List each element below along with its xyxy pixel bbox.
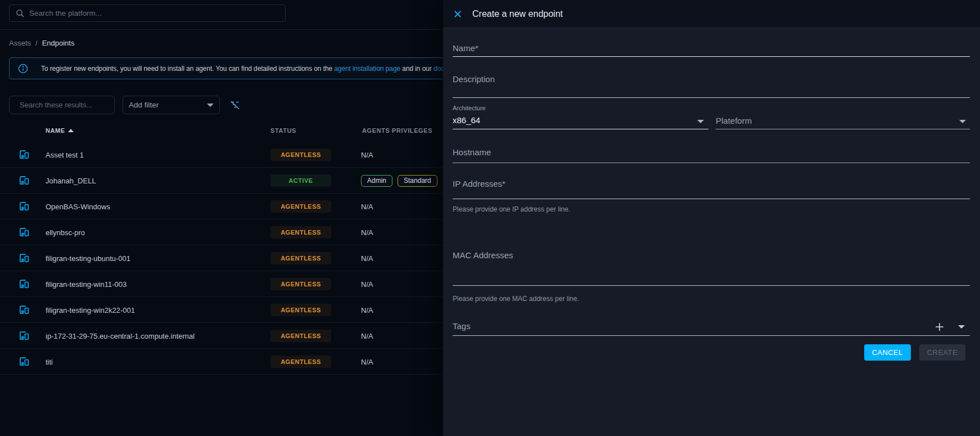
endpoint-name: filigran-testing-win11-003 (46, 280, 127, 289)
privileges-cell: N/A (361, 304, 373, 316)
add-filter-select[interactable]: Add filter (123, 96, 220, 114)
status-chip: AGENTLESS (270, 200, 331, 213)
drawer-title: Create a new endpoint (472, 9, 563, 19)
chevron-down-icon[interactable] (959, 120, 966, 123)
description-label: Description (453, 74, 495, 84)
endpoint-name: ip-172-31-29-75.eu-central-1.compute.int… (46, 332, 195, 340)
architecture-select[interactable]: Architecture x86_64 (453, 105, 708, 129)
platform-label: Plateform (716, 116, 752, 125)
tags-underline (453, 335, 970, 336)
endpoint-name: filigran-testing-win2k22-001 (46, 306, 135, 314)
table-row[interactable]: filigran-testing-ubuntu-001 AGENTLESS N/… (0, 245, 443, 271)
status-chip: AGENTLESS (270, 252, 331, 264)
ip-addresses-underline (453, 199, 970, 199)
endpoint-name: ellynbsc-pro (46, 228, 85, 237)
add-filter-label: Add filter (129, 101, 159, 109)
clear-filters-icon[interactable] (229, 99, 241, 111)
tags-field[interactable]: Tags (453, 321, 970, 335)
platform-search-input[interactable] (29, 9, 279, 17)
chevron-down-icon[interactable] (958, 325, 965, 329)
status-chip: AGENTLESS (270, 278, 331, 290)
ip-addresses-field[interactable]: IP Addresses* (453, 179, 970, 198)
results-search-input[interactable] (20, 101, 119, 109)
breadcrumb-assets[interactable]: Assets (9, 39, 31, 47)
table-row[interactable]: OpenBAS-Windows AGENTLESS N/A (0, 194, 443, 219)
platform-underline (716, 129, 970, 129)
endpoint-rows: Asset test 1 AGENTLESS N/A Johanah_DELL … (0, 142, 443, 375)
cancel-button[interactable]: CANCEL (864, 344, 911, 361)
mac-addresses-label: MAC Addresses (453, 250, 513, 260)
breadcrumb: Assets / Endpoints (9, 39, 74, 47)
column-header-name[interactable]: NAME (46, 127, 74, 134)
banner-text-2: and in our (400, 65, 433, 73)
endpoint-name: titi (46, 358, 53, 366)
chevron-down-icon (207, 104, 214, 107)
devices-icon (18, 200, 30, 213)
hostname-label: Hostname (453, 147, 491, 157)
status-chip: AGENTLESS (270, 149, 331, 161)
description-underline (453, 97, 970, 98)
sort-ascending-icon (68, 129, 74, 132)
chevron-down-icon[interactable] (697, 120, 704, 123)
endpoint-name: Johanah_DELL (46, 177, 96, 185)
privileges-cell: N/A (361, 149, 373, 161)
name-header-label: NAME (46, 127, 65, 134)
table-row[interactable]: ellynbsc-pro AGENTLESS N/A (0, 219, 443, 245)
agent-installation-link[interactable]: agent installation page (334, 65, 400, 73)
hostname-field[interactable]: Hostname (453, 147, 970, 161)
devices-icon (18, 174, 30, 187)
privileges-cell: N/A (361, 200, 373, 213)
privileges-cell: N/A (361, 252, 373, 264)
mac-addresses-field[interactable]: MAC Addresses (453, 250, 970, 284)
tags-label: Tags (453, 321, 471, 331)
mac-addresses-underline (453, 285, 970, 286)
table-row[interactable]: ip-172-31-29-75.eu-central-1.compute.int… (0, 323, 443, 349)
banner-text-1: To register new endpoints, you will need… (41, 65, 334, 73)
create-endpoint-drawer: Create a new endpoint Name* Description … (443, 0, 980, 436)
ip-addresses-label: IP Addresses* (453, 179, 505, 188)
table-row[interactable]: Asset test 1 AGENTLESS N/A (0, 142, 443, 168)
results-search[interactable] (9, 96, 115, 114)
drawer-actions: CANCEL CREATE (864, 344, 965, 361)
platform-search[interactable] (9, 5, 286, 22)
create-button[interactable]: CREATE (919, 344, 965, 361)
endpoint-name: OpenBAS-Windows (46, 203, 110, 211)
devices-icon (18, 304, 30, 316)
hostname-underline (453, 163, 970, 163)
table-row[interactable]: Johanah_DELL ACTIVE AdminStandard (0, 168, 443, 194)
description-field[interactable]: Description (453, 74, 970, 88)
platform-select[interactable]: Plateform (716, 116, 970, 129)
table-header: NAME STATUS AGENTS PRIVILEGES (0, 125, 443, 137)
mac-helper-text: Please provide one MAC address per line. (453, 295, 579, 303)
devices-icon (18, 356, 30, 368)
drawer-header: Create a new endpoint (443, 0, 980, 28)
info-icon (17, 63, 29, 74)
devices-icon (18, 226, 30, 239)
endpoint-name: filigran-testing-ubuntu-001 (46, 254, 130, 263)
architecture-label: Architecture (453, 105, 708, 111)
privileges-cell: N/A (361, 330, 373, 342)
add-tag-icon[interactable] (933, 321, 946, 333)
column-header-status: STATUS (270, 127, 296, 134)
banner-text: To register new endpoints, you will need… (41, 65, 453, 73)
status-chip: ACTIVE (270, 174, 331, 187)
architecture-underline (453, 129, 708, 129)
name-field[interactable]: Name* (453, 43, 970, 57)
search-icon (15, 8, 25, 18)
column-header-privileges: AGENTS PRIVILEGES (362, 127, 432, 134)
table-row[interactable]: filigran-testing-win11-003 AGENTLESS N/A (0, 271, 443, 297)
breadcrumb-separator: / (35, 39, 38, 47)
devices-icon (18, 149, 30, 161)
privileges-cell: AdminStandard (361, 174, 442, 187)
privileges-cell: N/A (361, 278, 373, 290)
status-chip: AGENTLESS (270, 304, 331, 316)
close-icon[interactable] (453, 9, 463, 19)
table-row[interactable]: titi AGENTLESS N/A (0, 349, 443, 375)
privileges-cell: N/A (361, 356, 373, 368)
table-row[interactable]: filigran-testing-win2k22-001 AGENTLESS N… (0, 297, 443, 323)
name-underline (453, 56, 970, 57)
devices-icon (18, 252, 30, 264)
breadcrumb-endpoints: Endpoints (42, 39, 75, 47)
privilege-chip: Admin (361, 175, 392, 187)
status-chip: AGENTLESS (270, 330, 331, 342)
